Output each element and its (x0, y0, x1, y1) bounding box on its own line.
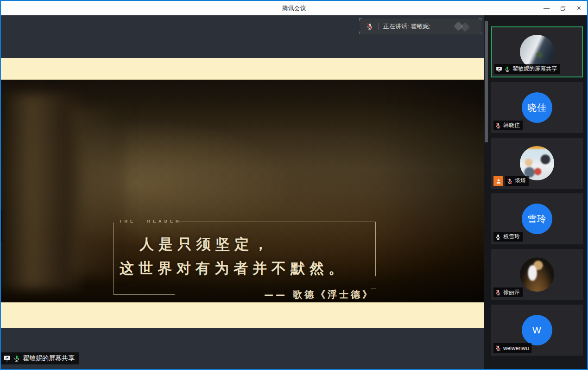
mic-muted-icon (495, 122, 501, 129)
participants-sidebar: 瞿敏妮的屏幕共享 晓佳 韩晓佳 (484, 15, 587, 369)
title-bar: 腾讯会议 — ✕ (1, 1, 587, 15)
participant-name: 韩晓佳 (503, 121, 520, 129)
minimize-button[interactable]: — (538, 1, 555, 15)
speaking-toast: 正在讲话: 瞿敏妮; (360, 19, 481, 34)
screen-share-banner: 瞿敏妮的屏幕共享 (1, 352, 79, 364)
participant-label: 韩晓佳 (493, 121, 523, 130)
window-controls: — ✕ (538, 1, 587, 15)
tencent-meeting-logo-icon (451, 21, 476, 32)
blurred-foreground-object (1, 94, 80, 289)
participant-tile-hanxiaojia[interactable]: 晓佳 韩晓佳 (491, 82, 583, 133)
quote-line-1: 人是只须坚定， (139, 235, 272, 254)
participant-name: 徐丽萍 (503, 288, 520, 296)
slide-cream-band-bottom (1, 302, 484, 328)
avatar-initials: 晓佳 (527, 102, 547, 114)
avatar (520, 257, 554, 292)
participant-name: 瞿敏妮的屏幕共享 (512, 65, 557, 73)
close-button[interactable]: ✕ (571, 1, 587, 15)
restore-button[interactable] (555, 1, 571, 15)
shared-video-frame: THE READER 人是只须坚定， 这世界对有为者并不默然。 —— 歌德《浮士… (1, 80, 484, 302)
avatar-initials: W (532, 325, 542, 336)
participant-name: 权雪玲 (503, 233, 520, 241)
quote-line-2: 这世界对有为者并不默然。 (120, 259, 348, 278)
participant-label: weiwenwu (493, 343, 531, 353)
participant-tile-quanxueling[interactable]: 雪玲 权雪玲 (491, 193, 583, 244)
host-badge-icon (493, 176, 503, 186)
mic-muted-icon (506, 178, 513, 185)
mic-muted-icon (366, 23, 373, 30)
participant-name: 塔塔 (515, 177, 526, 185)
toast-divider (378, 23, 379, 30)
mic-on-icon (495, 234, 501, 240)
mic-muted-icon (495, 289, 501, 296)
left-edge-handle[interactable] (1, 210, 2, 242)
meeting-main: THE READER 人是只须坚定， 这世界对有为者并不默然。 —— 歌德《浮士… (1, 15, 587, 369)
avatar: 晓佳 (522, 92, 552, 123)
slide-cream-band-top (1, 58, 484, 80)
avatar: W (522, 315, 552, 345)
speaking-label: 正在讲话: 瞿敏妮; (383, 22, 430, 31)
restore-icon (560, 6, 566, 11)
screen-share-icon (3, 355, 11, 362)
mic-active-icon (504, 66, 511, 72)
sidebar-scrollbar[interactable] (485, 21, 488, 142)
mic-active-icon (13, 355, 20, 362)
participant-tile-xuliping[interactable]: 徐丽萍 (491, 249, 583, 300)
participant-name: weiwenwu (503, 345, 529, 351)
mic-muted-icon (495, 345, 501, 351)
avatar: 雪玲 (522, 204, 552, 234)
participant-tile-weiwenwu[interactable]: W weiwenwu (491, 305, 583, 356)
participant-tile-quminni[interactable]: 瞿敏妮的屏幕共享 (491, 26, 583, 77)
quote-frame: THE READER 人是只须坚定， 这世界对有为者并不默然。 —— 歌德《浮士… (114, 222, 376, 295)
avatar-initials: 雪玲 (527, 213, 547, 225)
participant-tile-tata[interactable]: 塔塔 (491, 138, 583, 189)
window-title: 腾讯会议 (282, 4, 306, 13)
quote-attribution: —— 歌德《浮士德》 (264, 288, 374, 301)
app-window: 腾讯会议 — ✕ THE (0, 0, 588, 370)
quote-kicker: THE READER (119, 219, 182, 223)
share-banner-label: 瞿敏妮的屏幕共享 (23, 354, 75, 363)
participant-label: 权雪玲 (493, 232, 523, 242)
screen-share-stage: THE READER 人是只须坚定， 这世界对有为者并不默然。 —— 歌德《浮士… (1, 15, 484, 369)
avatar (520, 146, 554, 180)
participant-label: 塔塔 (505, 176, 529, 186)
participant-label: 瞿敏妮的屏幕共享 (494, 64, 560, 74)
screen-share-icon (496, 66, 502, 72)
participant-label: 徐丽萍 (493, 287, 523, 297)
